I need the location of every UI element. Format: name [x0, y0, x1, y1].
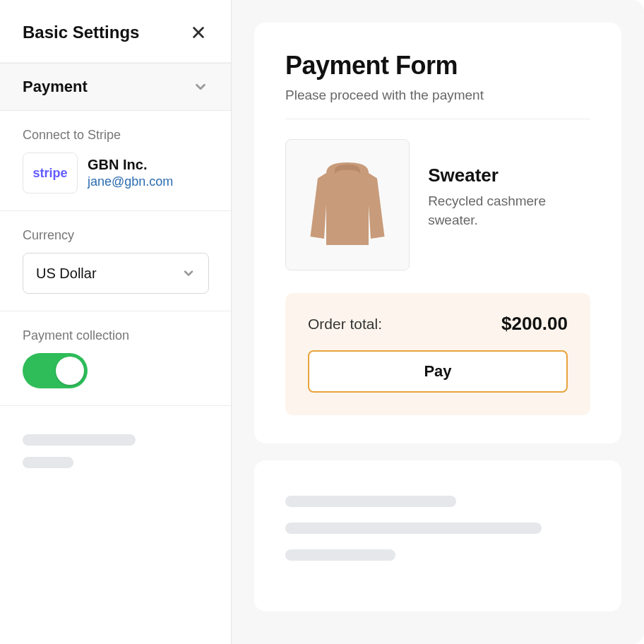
app-root: Basic Settings Payment Connect to Stripe…: [0, 0, 644, 644]
payment-form-card: Payment Form Please proceed with the pay…: [254, 23, 621, 443]
stripe-email: jane@gbn.com: [88, 174, 173, 189]
product-row: Sweater Recycled cashmere sweater.: [285, 139, 590, 270]
close-button[interactable]: [189, 23, 208, 42]
skeleton-line: [285, 549, 395, 561]
stripe-logo: stripe: [23, 153, 78, 193]
toggle-knob: [56, 357, 84, 385]
settings-sidebar: Basic Settings Payment Connect to Stripe…: [0, 0, 232, 644]
form-title: Payment Form: [285, 51, 590, 80]
pay-button-label: Pay: [424, 362, 451, 381]
skeleton-line: [285, 523, 542, 534]
chevron-down-icon: [181, 266, 196, 280]
order-total-label: Order total:: [308, 316, 382, 333]
sweater-icon: [294, 152, 400, 258]
form-subtitle: Please proceed with the payment: [285, 88, 590, 119]
skeleton-line: [23, 434, 136, 446]
sidebar-header: Basic Settings: [0, 0, 231, 63]
main-area: Payment Form Please proceed with the pay…: [232, 0, 644, 644]
section-header-payment[interactable]: Payment: [0, 63, 231, 111]
sidebar-title: Basic Settings: [23, 23, 139, 42]
product-image: [285, 139, 410, 270]
payment-collection-block: Payment collection: [0, 311, 231, 406]
order-total-amount: $200.00: [501, 313, 568, 335]
sidebar-placeholder: [0, 406, 231, 508]
order-total-row: Order total: $200.00: [308, 313, 568, 335]
currency-value: US Dollar: [36, 266, 97, 282]
payment-collection-label: Payment collection: [23, 328, 208, 343]
connect-stripe-block: Connect to Stripe stripe GBN Inc. jane@g…: [0, 111, 231, 211]
currency-label: Currency: [23, 228, 208, 243]
stripe-company-name: GBN Inc.: [88, 157, 173, 173]
section-title-payment: Payment: [23, 78, 88, 96]
order-summary: Order total: $200.00 Pay: [285, 293, 590, 415]
secondary-card-placeholder: [254, 460, 621, 612]
connect-stripe-label: Connect to Stripe: [23, 128, 208, 143]
skeleton-line: [23, 457, 73, 468]
currency-select[interactable]: US Dollar: [23, 253, 209, 294]
payment-collection-toggle[interactable]: [23, 353, 88, 388]
product-info: Sweater Recycled cashmere sweater.: [428, 139, 590, 229]
close-icon: [191, 25, 206, 40]
stripe-info: GBN Inc. jane@gbn.com: [88, 157, 173, 189]
chevron-down-icon: [193, 79, 208, 95]
stripe-account-row[interactable]: stripe GBN Inc. jane@gbn.com: [23, 153, 208, 193]
currency-block: Currency US Dollar: [0, 211, 231, 311]
product-name: Sweater: [428, 165, 590, 186]
pay-button[interactable]: Pay: [308, 350, 568, 393]
skeleton-line: [285, 496, 456, 507]
product-description: Recycled cashmere sweater.: [428, 192, 590, 229]
